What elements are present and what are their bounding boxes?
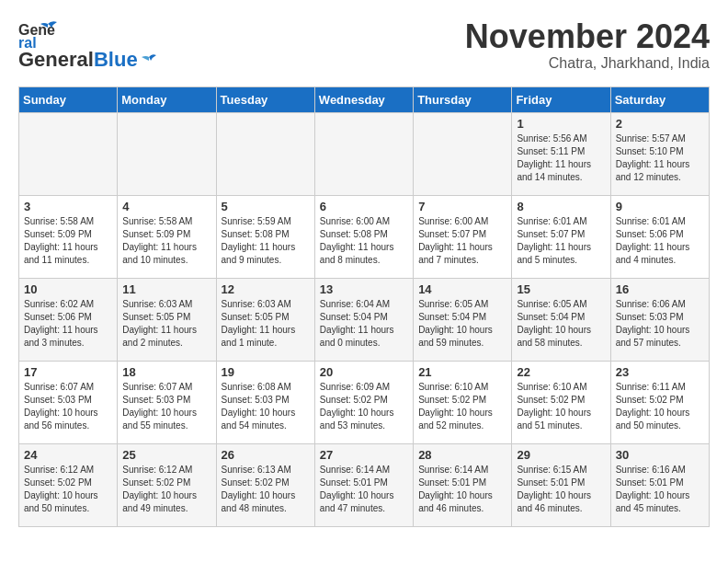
weekday-header: Wednesday bbox=[314, 87, 413, 113]
weekday-header: Tuesday bbox=[216, 87, 314, 113]
logo-bird-icon bbox=[140, 53, 158, 66]
day-number: 18 bbox=[122, 365, 210, 379]
calendar-week-row: 3Sunrise: 5:58 AM Sunset: 5:09 PM Daylig… bbox=[19, 196, 710, 279]
calendar-cell: 27Sunrise: 6:14 AM Sunset: 5:01 PM Dayli… bbox=[314, 444, 413, 527]
day-info: Sunrise: 5:56 AM Sunset: 5:11 PM Dayligh… bbox=[517, 132, 605, 184]
day-number: 6 bbox=[320, 200, 408, 213]
day-info: Sunrise: 6:14 AM Sunset: 5:01 PM Dayligh… bbox=[320, 464, 408, 515]
day-info: Sunrise: 6:15 AM Sunset: 5:01 PM Dayligh… bbox=[517, 464, 605, 515]
day-info: Sunrise: 5:59 AM Sunset: 5:08 PM Dayligh… bbox=[222, 215, 310, 267]
calendar-cell: 7Sunrise: 6:00 AM Sunset: 5:07 PM Daylig… bbox=[414, 196, 512, 279]
calendar-cell: 5Sunrise: 5:59 AM Sunset: 5:08 PM Daylig… bbox=[216, 196, 314, 279]
month-title: November 2024 bbox=[465, 18, 710, 55]
calendar-cell: 12Sunrise: 6:03 AM Sunset: 5:05 PM Dayli… bbox=[216, 279, 314, 362]
day-info: Sunrise: 6:13 AM Sunset: 5:02 PM Dayligh… bbox=[222, 464, 310, 515]
weekday-header: Friday bbox=[512, 87, 610, 113]
calendar-cell: 17Sunrise: 6:07 AM Sunset: 5:03 PM Dayli… bbox=[19, 362, 118, 444]
day-number: 30 bbox=[616, 448, 704, 462]
calendar-cell: 1Sunrise: 5:56 AM Sunset: 5:11 PM Daylig… bbox=[512, 113, 610, 196]
day-number: 19 bbox=[222, 365, 310, 379]
day-info: Sunrise: 6:11 AM Sunset: 5:02 PM Dayligh… bbox=[616, 381, 704, 432]
calendar-cell: 20Sunrise: 6:09 AM Sunset: 5:02 PM Dayli… bbox=[314, 362, 413, 444]
day-info: Sunrise: 6:07 AM Sunset: 5:03 PM Dayligh… bbox=[24, 381, 112, 432]
calendar-cell: 18Sunrise: 6:07 AM Sunset: 5:03 PM Dayli… bbox=[118, 362, 216, 444]
calendar-cell: 30Sunrise: 6:16 AM Sunset: 5:01 PM Dayli… bbox=[610, 444, 709, 527]
day-number: 15 bbox=[517, 282, 605, 296]
calendar-cell bbox=[414, 113, 512, 196]
calendar-cell: 14Sunrise: 6:05 AM Sunset: 5:04 PM Dayli… bbox=[414, 279, 512, 362]
logo-text-general: General bbox=[18, 48, 94, 72]
calendar-week-row: 10Sunrise: 6:02 AM Sunset: 5:06 PM Dayli… bbox=[19, 279, 710, 362]
day-info: Sunrise: 6:05 AM Sunset: 5:04 PM Dayligh… bbox=[418, 298, 506, 350]
day-info: Sunrise: 6:12 AM Sunset: 5:02 PM Dayligh… bbox=[24, 464, 112, 515]
day-number: 11 bbox=[122, 282, 210, 296]
day-number: 14 bbox=[418, 282, 506, 296]
title-block: November 2024 Chatra, Jharkhand, India bbox=[465, 18, 710, 72]
calendar-week-row: 24Sunrise: 6:12 AM Sunset: 5:02 PM Dayli… bbox=[19, 444, 710, 527]
day-info: Sunrise: 6:00 AM Sunset: 5:08 PM Dayligh… bbox=[320, 215, 408, 267]
day-number: 26 bbox=[222, 448, 310, 462]
calendar-cell: 15Sunrise: 6:05 AM Sunset: 5:04 PM Dayli… bbox=[512, 279, 610, 362]
day-info: Sunrise: 6:05 AM Sunset: 5:04 PM Dayligh… bbox=[517, 298, 605, 350]
day-number: 21 bbox=[418, 365, 506, 379]
day-number: 24 bbox=[24, 448, 112, 462]
day-info: Sunrise: 6:07 AM Sunset: 5:03 PM Dayligh… bbox=[122, 381, 210, 432]
day-number: 5 bbox=[222, 200, 310, 213]
day-info: Sunrise: 6:16 AM Sunset: 5:01 PM Dayligh… bbox=[616, 464, 704, 515]
calendar-cell: 3Sunrise: 5:58 AM Sunset: 5:09 PM Daylig… bbox=[19, 196, 118, 279]
day-number: 7 bbox=[418, 200, 506, 213]
calendar-cell bbox=[118, 113, 216, 196]
day-info: Sunrise: 6:02 AM Sunset: 5:06 PM Dayligh… bbox=[24, 298, 112, 350]
day-info: Sunrise: 6:10 AM Sunset: 5:02 PM Dayligh… bbox=[517, 381, 605, 432]
calendar-cell: 6Sunrise: 6:00 AM Sunset: 5:08 PM Daylig… bbox=[314, 196, 413, 279]
day-number: 3 bbox=[24, 200, 112, 213]
calendar-cell bbox=[216, 113, 314, 196]
day-number: 2 bbox=[616, 117, 704, 131]
day-number: 9 bbox=[616, 200, 704, 213]
calendar-cell: 24Sunrise: 6:12 AM Sunset: 5:02 PM Dayli… bbox=[19, 444, 118, 527]
day-info: Sunrise: 6:00 AM Sunset: 5:07 PM Dayligh… bbox=[418, 215, 506, 267]
day-info: Sunrise: 6:01 AM Sunset: 5:07 PM Dayligh… bbox=[517, 215, 605, 267]
logo-text-blue: Blue bbox=[94, 48, 138, 72]
weekday-header: Thursday bbox=[414, 87, 512, 113]
day-number: 16 bbox=[616, 282, 704, 296]
day-number: 28 bbox=[418, 448, 506, 462]
calendar-cell: 2Sunrise: 5:57 AM Sunset: 5:10 PM Daylig… bbox=[610, 113, 709, 196]
weekday-header: Monday bbox=[118, 87, 216, 113]
day-number: 22 bbox=[517, 365, 605, 379]
day-info: Sunrise: 6:01 AM Sunset: 5:06 PM Dayligh… bbox=[616, 215, 704, 267]
logo-icon: Gene ral bbox=[18, 18, 59, 48]
day-number: 25 bbox=[122, 448, 210, 462]
day-info: Sunrise: 6:04 AM Sunset: 5:04 PM Dayligh… bbox=[320, 298, 408, 350]
day-number: 20 bbox=[320, 365, 408, 379]
day-number: 23 bbox=[616, 365, 704, 379]
day-info: Sunrise: 5:58 AM Sunset: 5:09 PM Dayligh… bbox=[122, 215, 210, 267]
weekday-header-row: SundayMondayTuesdayWednesdayThursdayFrid… bbox=[19, 87, 710, 113]
calendar-cell: 22Sunrise: 6:10 AM Sunset: 5:02 PM Dayli… bbox=[512, 362, 610, 444]
day-info: Sunrise: 6:09 AM Sunset: 5:02 PM Dayligh… bbox=[320, 381, 408, 432]
calendar-week-row: 1Sunrise: 5:56 AM Sunset: 5:11 PM Daylig… bbox=[19, 113, 710, 196]
day-info: Sunrise: 6:14 AM Sunset: 5:01 PM Dayligh… bbox=[418, 464, 506, 515]
day-number: 13 bbox=[320, 282, 408, 296]
day-info: Sunrise: 6:03 AM Sunset: 5:05 PM Dayligh… bbox=[122, 298, 210, 350]
calendar-cell: 29Sunrise: 6:15 AM Sunset: 5:01 PM Dayli… bbox=[512, 444, 610, 527]
day-number: 12 bbox=[222, 282, 310, 296]
location: Chatra, Jharkhand, India bbox=[465, 55, 710, 72]
calendar-cell: 16Sunrise: 6:06 AM Sunset: 5:03 PM Dayli… bbox=[610, 279, 709, 362]
day-info: Sunrise: 6:03 AM Sunset: 5:05 PM Dayligh… bbox=[222, 298, 310, 350]
calendar-cell: 19Sunrise: 6:08 AM Sunset: 5:03 PM Dayli… bbox=[216, 362, 314, 444]
day-info: Sunrise: 5:58 AM Sunset: 5:09 PM Dayligh… bbox=[24, 215, 112, 267]
calendar-cell: 28Sunrise: 6:14 AM Sunset: 5:01 PM Dayli… bbox=[414, 444, 512, 527]
calendar-cell: 13Sunrise: 6:04 AM Sunset: 5:04 PM Dayli… bbox=[314, 279, 413, 362]
calendar-cell: 11Sunrise: 6:03 AM Sunset: 5:05 PM Dayli… bbox=[118, 279, 216, 362]
day-info: Sunrise: 6:12 AM Sunset: 5:02 PM Dayligh… bbox=[122, 464, 210, 515]
day-info: Sunrise: 6:08 AM Sunset: 5:03 PM Dayligh… bbox=[222, 381, 310, 432]
calendar-cell: 8Sunrise: 6:01 AM Sunset: 5:07 PM Daylig… bbox=[512, 196, 610, 279]
calendar-cell: 23Sunrise: 6:11 AM Sunset: 5:02 PM Dayli… bbox=[610, 362, 709, 444]
day-number: 8 bbox=[517, 200, 605, 213]
day-number: 27 bbox=[320, 448, 408, 462]
day-info: Sunrise: 6:06 AM Sunset: 5:03 PM Dayligh… bbox=[616, 298, 704, 350]
calendar-cell bbox=[19, 113, 118, 196]
calendar-week-row: 17Sunrise: 6:07 AM Sunset: 5:03 PM Dayli… bbox=[19, 362, 710, 444]
calendar-cell: 9Sunrise: 6:01 AM Sunset: 5:06 PM Daylig… bbox=[610, 196, 709, 279]
